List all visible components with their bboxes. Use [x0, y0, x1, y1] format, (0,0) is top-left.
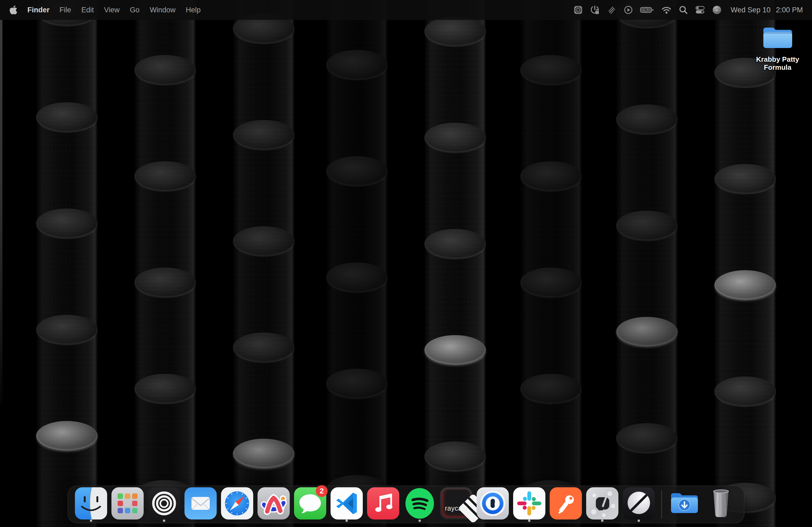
clock-date: Wed Sep 10	[731, 6, 770, 14]
wallpaper-column	[520, 0, 582, 527]
dock-item-music[interactable]	[367, 486, 399, 523]
notification-badge: 2	[316, 485, 328, 497]
menu-help[interactable]: Help	[186, 6, 201, 14]
dock-item-launchpad[interactable]	[112, 486, 144, 523]
running-indicator	[601, 520, 604, 522]
spotify-icon	[404, 487, 436, 520]
dock-item-spotify[interactable]	[404, 486, 436, 523]
battery-charging-icon[interactable]	[640, 4, 654, 15]
wallpaper-edge-highlight	[0, 20, 2, 404]
wallpaper-column	[714, 0, 776, 527]
linear-icon	[623, 487, 655, 520]
menu-bar-menus: FileEditViewGoWindowHelp	[55, 6, 206, 14]
menu-go[interactable]: Go	[130, 6, 140, 14]
dock-item-postman[interactable]	[550, 486, 582, 523]
spotlight-search-icon[interactable]	[679, 4, 688, 15]
arc-browser-icon	[258, 487, 290, 520]
menu-file[interactable]: File	[60, 6, 71, 14]
raycast-icon: raycast	[440, 487, 472, 520]
dia-browser-icon	[586, 487, 619, 520]
wallpaper-column	[36, 0, 98, 527]
wifi-icon[interactable]	[661, 4, 671, 15]
wallpaper-column	[616, 0, 678, 527]
dock: 2raycast	[68, 486, 744, 523]
dock-item-downloads[interactable]	[668, 486, 700, 523]
dock-item-trash[interactable]	[705, 486, 737, 523]
mail-icon	[185, 487, 217, 520]
active-app-title[interactable]: Finder	[27, 6, 50, 14]
apple-menu-icon[interactable]	[9, 5, 18, 15]
menu-bar-clock[interactable]: Wed Sep 10 2:00 PM	[731, 6, 803, 14]
1password-icon	[477, 487, 509, 520]
running-indicator	[90, 520, 92, 522]
dock-item-1password[interactable]	[477, 486, 509, 523]
desktop-wallpaper	[0, 0, 812, 527]
desktop-folder-krabby-patty-formula[interactable]: Krabby Patty Formula	[744, 25, 811, 71]
play-circle-icon[interactable]	[624, 4, 633, 15]
dock-item-rings[interactable]	[148, 486, 180, 523]
running-indicator	[346, 520, 348, 522]
menu-window[interactable]: Window	[150, 6, 176, 14]
hatched-flag-icon[interactable]	[607, 4, 617, 15]
dock-item-raycast[interactable]: raycast	[440, 486, 472, 523]
running-indicator	[163, 520, 165, 522]
blue-folder-icon	[762, 25, 794, 51]
dock-trailing	[666, 486, 739, 523]
dock-item-messages[interactable]: 2	[294, 486, 326, 523]
sunburst-icon[interactable]	[574, 4, 583, 15]
dock-item-dia[interactable]	[586, 486, 619, 523]
wallpaper-column	[233, 0, 294, 527]
dock-apps: 2raycast	[73, 486, 657, 523]
concentric-rings-icon	[148, 487, 180, 520]
postman-icon	[550, 487, 582, 520]
slack-icon	[513, 487, 545, 520]
dock-item-vscode[interactable]	[331, 486, 363, 523]
folder-label: Krabby Patty Formula	[756, 55, 799, 71]
launchpad-icon	[112, 487, 144, 520]
wallpaper-column	[326, 0, 388, 527]
safari-icon	[221, 487, 253, 520]
running-indicator	[528, 520, 531, 522]
dock-item-safari[interactable]	[221, 486, 253, 523]
dock-item-slack[interactable]	[513, 486, 545, 523]
dock-separator	[661, 490, 662, 519]
raycast-label: raycast	[442, 505, 470, 512]
vscode-icon	[331, 487, 363, 520]
dock-item-arc[interactable]	[258, 486, 290, 523]
menu-bar-status-area: Wed Sep 10 2:00 PM	[574, 4, 803, 15]
wallpaper-column	[134, 0, 196, 527]
menu-view[interactable]: View	[104, 6, 120, 14]
siri-icon[interactable]	[712, 4, 722, 15]
control-center-icon[interactable]	[695, 4, 705, 15]
downloads-folder-icon	[668, 487, 700, 520]
trash-empty-icon	[705, 487, 737, 520]
menu-edit[interactable]: Edit	[81, 6, 94, 14]
finder-icon	[75, 487, 107, 520]
menu-bar: Finder FileEditViewGoWindowHelp	[0, 0, 812, 20]
power-lock-icon[interactable]	[590, 4, 599, 15]
running-indicator	[638, 520, 640, 522]
dock-item-linear[interactable]	[623, 486, 655, 523]
running-indicator	[419, 520, 421, 522]
apple-music-icon	[367, 487, 399, 520]
clock-time: 2:00 PM	[776, 6, 803, 14]
dock-item-mail[interactable]	[185, 486, 217, 523]
wallpaper-column	[424, 0, 486, 527]
dock-item-finder[interactable]	[75, 486, 107, 523]
